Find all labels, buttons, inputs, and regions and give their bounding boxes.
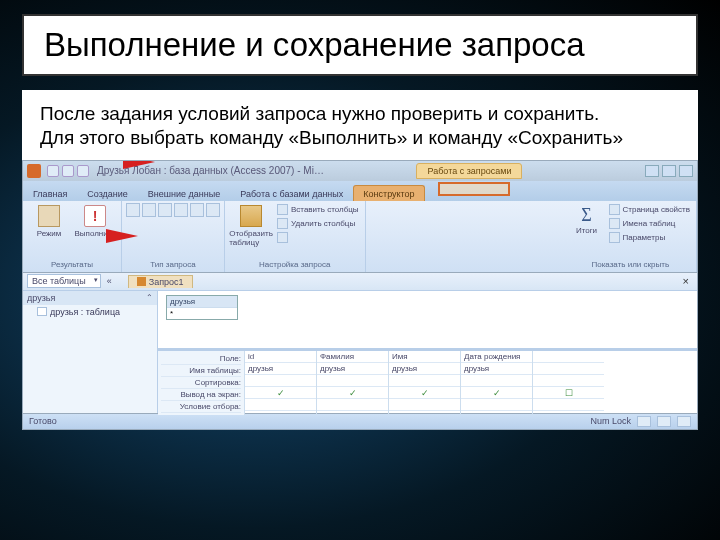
append-query-icon[interactable] xyxy=(158,203,172,217)
view-datasheet-icon[interactable] xyxy=(637,416,651,427)
show-table-icon xyxy=(240,205,262,227)
access-window: Друзья Лобан : база данных (Access 2007)… xyxy=(22,160,698,430)
show-table-button[interactable]: Отобразить таблицу xyxy=(229,203,273,249)
office-button-icon[interactable] xyxy=(27,164,41,178)
grid-col-4[interactable]: Дата рождения друзья ✓ xyxy=(460,351,532,415)
show-checkbox[interactable]: ✓ xyxy=(317,387,388,399)
delete-columns-button[interactable]: Удалить столбцы xyxy=(275,217,361,230)
grid-columns: id друзья ✓ Фамилия друзья ✓ Имя xyxy=(244,351,697,415)
return-button[interactable] xyxy=(275,231,361,244)
navigation-pane: друзья ⌃ друзья : таблица xyxy=(23,291,158,413)
table-names-button[interactable]: Имена таблиц xyxy=(607,217,692,230)
table-icon xyxy=(37,307,47,316)
delete-column-icon xyxy=(277,218,288,229)
run-exclamation-icon: ! xyxy=(84,205,106,227)
update-query-icon[interactable] xyxy=(174,203,188,217)
show-checkbox-empty[interactable]: ☐ xyxy=(533,387,604,399)
tab-dbtools[interactable]: Работа с базами данных xyxy=(230,185,353,201)
view-design-icon[interactable] xyxy=(677,416,691,427)
maketable-query-icon[interactable] xyxy=(142,203,156,217)
nav-header: Все таблицы « Запрос1 × xyxy=(23,273,697,291)
nav-group-header[interactable]: друзья ⌃ xyxy=(23,291,157,305)
chevron-up-icon: ⌃ xyxy=(146,293,153,302)
row-sort: Сортировка: xyxy=(161,377,241,389)
query-design-surface: друзья * Поле: Имя таблицы: Сортировка: … xyxy=(158,291,697,413)
numlock-indicator: Num Lock xyxy=(590,416,631,426)
context-tab-query-tools: Работа с запросами xyxy=(416,163,522,179)
grid-col-1[interactable]: id друзья ✓ xyxy=(244,351,316,415)
tab-home[interactable]: Главная xyxy=(23,185,77,201)
ribbon: Режим ! Выполнить Результаты Тип запроса xyxy=(23,201,697,273)
table-field-list[interactable]: друзья * xyxy=(166,295,238,320)
group-label-results: Результаты xyxy=(27,260,117,270)
parameters-icon xyxy=(609,232,620,243)
row-show: Вывод на экран: xyxy=(161,389,241,401)
workspace: друзья ⌃ друзья : таблица друзья * Поле:… xyxy=(23,291,697,413)
select-query-icon[interactable] xyxy=(126,203,140,217)
group-label-setup: Настройка запроса xyxy=(229,260,361,270)
group-label-querytype: Тип запроса xyxy=(126,260,220,270)
annotation-arrow-run-icon xyxy=(106,229,138,243)
body-line1: После задания условий запроса нужно пров… xyxy=(40,102,680,126)
tab-create[interactable]: Создание xyxy=(77,185,138,201)
group-label-showhide: Показать или скрыть xyxy=(569,260,692,270)
view-button[interactable]: Режим xyxy=(27,203,71,240)
query-tab-icon xyxy=(137,277,146,286)
table-title: друзья xyxy=(167,296,237,307)
qbe-grid: Поле: Имя таблицы: Сортировка: Вывод на … xyxy=(158,351,697,415)
property-icon xyxy=(609,204,620,215)
qat-redo-icon[interactable] xyxy=(77,165,89,177)
view-sql-icon[interactable] xyxy=(657,416,671,427)
window-controls xyxy=(645,165,693,177)
maximize-button[interactable] xyxy=(662,165,676,177)
close-button[interactable] xyxy=(679,165,693,177)
grid-col-3[interactable]: Имя друзья ✓ xyxy=(388,351,460,415)
query-document-tab[interactable]: Запрос1 xyxy=(128,275,193,288)
insert-column-icon xyxy=(277,204,288,215)
tab-design[interactable]: Конструктор xyxy=(353,185,424,201)
table-field[interactable]: * xyxy=(167,307,237,319)
window-titlebar: Друзья Лобан : база данных (Access 2007)… xyxy=(23,161,697,181)
nav-collapse-button[interactable]: « xyxy=(107,276,112,286)
table-names-icon xyxy=(609,218,620,229)
slide-title-box: Выполнение и сохранение запроса xyxy=(22,14,698,76)
ribbon-tabs: Главная Создание Внешние данные Работа с… xyxy=(23,181,697,201)
show-checkbox[interactable]: ✓ xyxy=(461,387,532,399)
show-checkbox[interactable]: ✓ xyxy=(389,387,460,399)
qat-save-icon[interactable] xyxy=(47,165,59,177)
return-icon xyxy=(277,232,288,243)
highlight-design-tab xyxy=(438,182,510,196)
insert-columns-button[interactable]: Вставить столбцы xyxy=(275,203,361,216)
slide-title: Выполнение и сохранение запроса xyxy=(44,26,676,64)
nav-item-table[interactable]: друзья : таблица xyxy=(23,305,157,319)
parameters-button[interactable]: Параметры xyxy=(607,231,692,244)
status-text: Готово xyxy=(29,416,57,426)
ribbon-group-showhide: Σ Итоги Страница свойств Имена таблиц Па… xyxy=(565,201,697,272)
grid-row-labels: Поле: Имя таблицы: Сортировка: Вывод на … xyxy=(158,351,244,415)
delete-query-icon[interactable] xyxy=(206,203,220,217)
sigma-icon: Σ xyxy=(581,205,591,226)
row-table: Имя таблицы: xyxy=(161,365,241,377)
tables-area[interactable]: друзья * xyxy=(158,291,697,351)
property-sheet-button[interactable]: Страница свойств xyxy=(607,203,692,216)
body-line2: Для этого выбрать команду «Выполнить» и … xyxy=(40,126,680,150)
slide-body: После задания условий запроса нужно пров… xyxy=(22,90,698,160)
nav-category-dropdown[interactable]: Все таблицы xyxy=(27,274,101,288)
quick-access-toolbar xyxy=(47,165,89,177)
doc-close-button[interactable]: × xyxy=(679,275,693,287)
qat-undo-icon[interactable] xyxy=(62,165,74,177)
row-criteria: Условие отбора: xyxy=(161,401,241,413)
totals-button[interactable]: Σ Итоги xyxy=(569,203,605,237)
grid-col-empty[interactable]: ☐ xyxy=(532,351,604,415)
grid-col-2[interactable]: Фамилия друзья ✓ xyxy=(316,351,388,415)
tab-external[interactable]: Внешние данные xyxy=(138,185,230,201)
status-bar: Готово Num Lock xyxy=(23,413,697,429)
datasheet-view-icon xyxy=(38,205,60,227)
row-field: Поле: xyxy=(161,353,241,365)
crosstab-query-icon[interactable] xyxy=(190,203,204,217)
show-checkbox[interactable]: ✓ xyxy=(245,387,316,399)
ribbon-group-setup: Отобразить таблицу Вставить столбцы Удал… xyxy=(225,201,366,272)
annotation-arrow-save-icon xyxy=(123,160,155,169)
minimize-button[interactable] xyxy=(645,165,659,177)
